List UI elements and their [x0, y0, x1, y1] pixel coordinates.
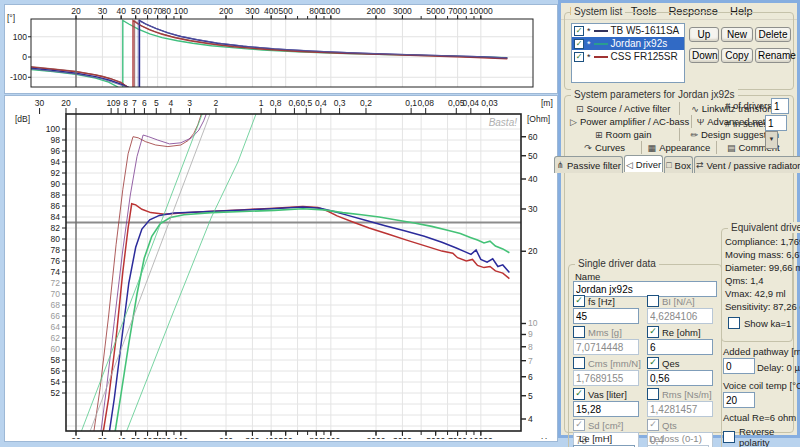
rename-button[interactable]: Rename — [755, 48, 791, 63]
reverse-polarity-checkbox[interactable] — [723, 431, 735, 443]
show-ka-checkbox[interactable] — [728, 317, 740, 329]
room-gain-icon: ⊞ — [595, 130, 603, 140]
field-label: Vas [liter] — [588, 389, 627, 400]
vas-liter-input[interactable] — [573, 401, 639, 417]
wavelength-unit-label: [m] — [541, 98, 553, 108]
tab-source-active-filter[interactable]: ⊡Source / Active filter — [568, 102, 680, 115]
ohm-label: 9 — [528, 329, 533, 339]
field-label: Qes — [662, 358, 679, 369]
list-item-tb-w5-1611sa[interactable]: ✓*TB W5-1611SA — [572, 24, 684, 37]
wavelength-label: 30 — [35, 98, 45, 108]
tab-passive-filter[interactable]: ⋔Passive filter — [554, 156, 622, 173]
up-button[interactable]: Up — [689, 27, 719, 42]
db-label: 58 — [51, 355, 61, 365]
re-ohm-input[interactable] — [647, 339, 713, 355]
tab-power-amplifier-ac-bass[interactable]: ▷Power amplifier / AC-bass — [568, 115, 692, 128]
phase-x-label: 7000 — [448, 6, 467, 16]
ohm-label: 8 — [528, 342, 533, 352]
freq-label: 1000 — [321, 436, 340, 439]
qts-checkbox[interactable]: ✓ — [647, 419, 659, 431]
tab-box[interactable]: □Box — [664, 156, 693, 173]
db-label: 76 — [51, 256, 61, 266]
tab-label: Box — [675, 160, 691, 171]
tab-label: Vent / passive radiator — [707, 160, 800, 171]
chevron-down-icon[interactable]: ▼ — [765, 131, 778, 149]
comment-icon: ▤ — [727, 143, 736, 153]
field-mms-g: Mms [g] — [573, 326, 643, 355]
system-listbox[interactable]: ✓*TB W5-1611SA✓*Jordan jx92s✓*CSS FR125S… — [571, 23, 685, 83]
equivalent-driver-lines: Compliance: 1,769 mm/NMoving mass: 6,674… — [725, 235, 800, 313]
tab-vent-passive-radiator[interactable]: ⇄Vent / passive radiator — [694, 156, 800, 173]
wavelength-label: 3 — [187, 98, 192, 108]
added-pathway-input[interactable] — [723, 358, 755, 374]
new-button[interactable]: New — [721, 27, 753, 42]
tab-row-3: ↷Curves▦Appearance▤Comment — [568, 141, 790, 154]
freq-label: 20 — [71, 436, 81, 439]
reverse-polarity-row[interactable]: Reverse polarity — [723, 426, 793, 447]
basta-watermark: Basta! — [489, 117, 518, 128]
qes-input[interactable] — [647, 370, 713, 386]
num-series-dropdown[interactable]: ▼ — [765, 115, 793, 149]
field-re-ohm: ✓Re [ohm] — [647, 326, 717, 355]
bi-n-a-input[interactable] — [647, 308, 713, 324]
list-item-checkbox[interactable]: ✓ — [574, 39, 584, 49]
list-item-jordan-jx92s[interactable]: ✓*Jordan jx92s — [572, 37, 684, 50]
phase-x-label: 500 — [279, 6, 293, 16]
cms-mm-n-checkbox[interactable] — [573, 357, 585, 369]
re-ohm-checkbox[interactable]: ✓ — [647, 326, 659, 338]
wavelength-label: 0,8 — [270, 98, 282, 108]
db-label: 64 — [51, 322, 61, 332]
db-label: 66 — [51, 311, 61, 321]
wavelength-label: 6 — [142, 98, 147, 108]
rms-ns-m-input[interactable] — [647, 401, 713, 417]
driver-field-grid: ✓fs [Hz]BI [N/A]Mms [g]✓Re [ohm]Cms [mm/… — [573, 295, 717, 447]
num-drivers-label: # of drivers — [725, 100, 772, 111]
delete-button[interactable]: Delete — [755, 27, 791, 42]
tab-curves[interactable]: ↷Curves — [568, 141, 642, 154]
list-item-css-fr125sr[interactable]: ✓*CSS FR125SR — [572, 50, 684, 63]
voice-coil-temp-input[interactable] — [723, 392, 755, 408]
fs-hz-input[interactable] — [573, 308, 639, 324]
mms-g-checkbox[interactable] — [573, 326, 585, 338]
rms-ns-m-checkbox[interactable] — [647, 388, 659, 400]
ohm-label: 4 — [528, 414, 533, 424]
spl-chart-panel: 3020109876543210,80,60,50,40,30,20,10,08… — [4, 95, 558, 442]
source-active-filter-icon: ⊡ — [576, 104, 584, 114]
mms-g-input[interactable] — [573, 339, 639, 355]
cms-mm-n-input[interactable] — [573, 370, 639, 386]
wavelength-label: 4 — [168, 98, 173, 108]
wavelength-label: 2 — [214, 98, 219, 108]
vent-passive-radiator-icon: ⇄ — [696, 160, 704, 170]
show-ka-row[interactable]: Show ka=1 — [728, 317, 791, 329]
freq-label: 50 — [131, 436, 141, 439]
db-label: 90 — [51, 179, 61, 189]
tab-room-gain[interactable]: ⊞Room gain — [568, 128, 680, 141]
tab-appearance[interactable]: ▦Appearance — [642, 141, 716, 154]
tab-driver[interactable]: ◁Driver — [624, 155, 663, 172]
equiv-line: Diameter: 99,66 mm, 3,923" — [725, 261, 800, 274]
field-label: Sd [cm²] — [588, 420, 623, 431]
db-label: 54 — [51, 377, 61, 387]
freq-label: 60 — [143, 436, 153, 439]
delay-text: Delay: 0 µs — [757, 362, 800, 373]
curve-color-swatch — [594, 56, 608, 58]
field-qes: ✓Qes — [647, 357, 717, 386]
fs-hz-checkbox[interactable]: ✓ — [573, 295, 585, 307]
sd-cm-checkbox[interactable]: ✓ — [573, 419, 585, 431]
qes-checkbox[interactable]: ✓ — [647, 357, 659, 369]
tab-label: Room gain — [606, 129, 652, 140]
num-drivers-input[interactable] — [771, 98, 789, 114]
wavelength-label: 0,6 — [289, 98, 301, 108]
num-series-input[interactable] — [765, 115, 787, 131]
field-fs-hz: ✓fs [Hz] — [573, 295, 643, 324]
appearance-icon: ▦ — [648, 143, 657, 153]
down-button[interactable]: Down — [689, 48, 719, 63]
bi-n-a-checkbox[interactable] — [647, 295, 659, 307]
copy-button[interactable]: Copy — [721, 48, 753, 63]
list-item-checkbox[interactable]: ✓ — [574, 26, 584, 36]
reverse-polarity-label: Reverse polarity — [739, 426, 793, 447]
vas-liter-checkbox[interactable]: ✓ — [573, 388, 585, 400]
ohm-label: 20 — [528, 246, 538, 256]
le-label: Le [mH] — [579, 433, 612, 444]
list-item-checkbox[interactable]: ✓ — [574, 52, 584, 62]
